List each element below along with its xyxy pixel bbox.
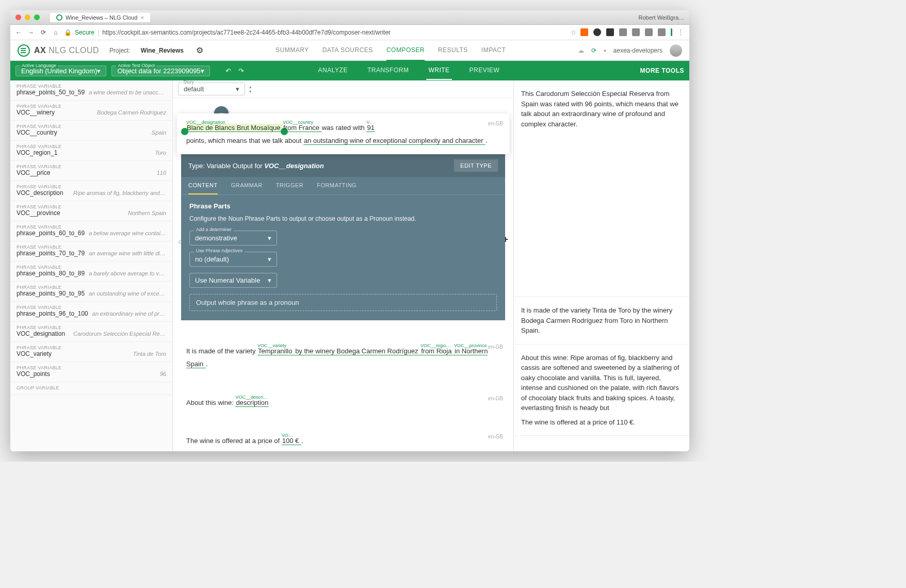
menu-icon[interactable]: ⋮ (677, 28, 685, 36)
preview-pane: This Carodorum Selección Especial Reserv… (514, 80, 689, 451)
extension-icon[interactable] (645, 28, 653, 36)
close-icon[interactable] (15, 14, 21, 20)
token-winery[interactable]: by the winery Bodega Carmen Rodríguez (295, 347, 420, 355)
test-object-select[interactable]: Active Test Object Object data for 22239… (111, 66, 209, 76)
forward-icon[interactable]: → (27, 28, 35, 37)
subnav-transform[interactable]: TRANSFORM (365, 61, 411, 80)
section-title: Phrase Parts (189, 202, 497, 210)
token-phrase[interactable]: an outstanding wine of exceptional compl… (303, 137, 486, 145)
tag-icon[interactable]: ▪ (604, 47, 606, 54)
tab-title: Wine_Reviews – NLG Cloud (66, 14, 137, 21)
lang-tag: en-GB (488, 432, 503, 442)
more-tools-button[interactable]: MORE TOOLS (640, 67, 684, 74)
star-icon[interactable]: ☆ (571, 29, 576, 36)
subnav-preview[interactable]: PREVIEW (467, 61, 502, 80)
token-price[interactable]: VO… 100 € (282, 437, 301, 445)
numeral-select[interactable]: Use Numeral Variable▾ (189, 273, 277, 288)
variable-item[interactable]: PHRASE VARIABLE phrase_points_96_to_100 … (10, 302, 172, 322)
variable-item[interactable]: PHRASE VARIABLE VOC_variety Tinta de Tor… (10, 342, 172, 362)
extension-icon[interactable] (619, 28, 627, 36)
sentence-card[interactable]: en-GB It is made of the variety VOC__var… (177, 337, 509, 378)
adjectives-select[interactable]: Use Phrase Adjectives no (default)▾ (189, 252, 277, 267)
secure-label: Secure (75, 29, 94, 36)
extension-icon[interactable] (632, 28, 640, 36)
chrome-profile[interactable]: Robert Weißgra… (639, 14, 684, 21)
chevron-down-icon: ▾ (236, 85, 239, 93)
context-bar: Active Language English (United Kingdom)… (10, 61, 689, 80)
undo-icon[interactable]: ↶ (225, 67, 231, 75)
editor-tab-formatting[interactable]: FORMATTING (317, 177, 357, 194)
variable-item[interactable]: PHRASE VARIABLE VOC_designation Carodoru… (10, 322, 172, 342)
maximize-icon[interactable] (34, 14, 40, 20)
sentence-card[interactable]: en-GB About this wine: VOC__descri… desc… (177, 388, 509, 417)
preview-text: It is made of the variety Tinta de Toro … (514, 297, 689, 345)
determiner-select[interactable]: Add a determiner demonstrative▾ (189, 231, 277, 246)
story-stepper[interactable]: ▴▾ (249, 85, 251, 94)
preview-text: About this wine: Ripe aromas of fig, bla… (514, 345, 689, 415)
token-designation[interactable]: VOC__designation Blanc de Blancs Brut Mo… (186, 124, 283, 132)
nav-composer[interactable]: COMPOSER (386, 40, 425, 61)
chevron-down-icon: ▾ (201, 67, 204, 75)
extension-icon[interactable] (606, 28, 614, 36)
token-country[interactable]: VOC__country from France (283, 124, 322, 132)
selection-handle-icon[interactable] (181, 128, 188, 135)
nav-data-sources[interactable]: DATA SOURCES (322, 40, 373, 61)
browser-tab[interactable]: Wine_Reviews – NLG Cloud × (50, 13, 150, 22)
variable-item[interactable]: PHRASE VARIABLE phrase_points_70_to_79 a… (10, 241, 172, 262)
minimize-icon[interactable] (25, 14, 30, 20)
lang-tag: en-GB (488, 342, 503, 352)
logo[interactable]: AX NLG CLOUD (18, 44, 99, 57)
lock-icon: 🔒 (64, 29, 72, 36)
extension-icon[interactable] (658, 28, 666, 36)
variable-item[interactable]: PHRASE VARIABLE VOC__province Northern S… (10, 201, 172, 221)
cloud-icon[interactable]: ☁ (578, 47, 584, 54)
reload-icon[interactable]: ⟳ (39, 28, 47, 37)
token-variety[interactable]: VOC__variety Tempranillo (257, 347, 295, 355)
browser-toolbar: ← → ⟳ ⌂ 🔒 Secure | https://cockpit.ax-se… (10, 25, 689, 40)
address-bar[interactable]: 🔒 Secure | https://cockpit.ax-semantics.… (64, 29, 567, 36)
token-region[interactable]: VOC__regio… from Rioja (420, 347, 454, 355)
extension-icon[interactable] (671, 28, 672, 36)
variable-item[interactable]: PHRASE VARIABLE VOC__country Spain (10, 121, 172, 141)
token-points[interactable]: V… 91 (366, 124, 375, 132)
sentence-card[interactable]: − en-GB VOC__designation Blanc de Blancs… (177, 113, 509, 326)
favicon-icon (56, 14, 62, 21)
sync-icon[interactable]: ⟳ (591, 47, 596, 54)
edit-type-button[interactable]: EDIT TYPE (454, 159, 498, 172)
nav-summary[interactable]: SUMMARY (276, 40, 309, 61)
extension-icon[interactable] (593, 28, 601, 36)
gear-icon[interactable]: ⚙ (196, 45, 203, 55)
variable-item[interactable]: PHRASE VARIABLE VOC__winery Bodega Carme… (10, 101, 172, 121)
avatar[interactable] (670, 44, 682, 57)
variable-item[interactable]: PHRASE VARIABLE VOC_points 96 (10, 362, 172, 382)
pronoun-drop[interactable]: Output whole phrase as a pronoun (189, 294, 497, 311)
variable-item[interactable]: PHRASE VARIABLE phrase_points_50_to_59 a… (10, 80, 172, 101)
team-name[interactable]: aexea-developers (613, 47, 662, 54)
variable-item[interactable]: PHRASE VARIABLE phrase_points_60_to_69 a… (10, 221, 172, 241)
variable-item[interactable]: PHRASE VARIABLE VOC__price 110 (10, 161, 172, 181)
nav-impact[interactable]: IMPACT (481, 40, 506, 61)
editor-tab-grammar[interactable]: GRAMMAR (231, 177, 263, 194)
variable-item[interactable]: PHRASE VARIABLE phrase_points_90_to_95 a… (10, 282, 172, 302)
variable-item[interactable]: GROUP VARIABLE (10, 382, 172, 395)
token-description[interactable]: VOC__descri… description (235, 399, 269, 407)
chevron-down-icon: ▾ (97, 67, 101, 75)
variable-item[interactable]: PHRASE VARIABLE phrase_points_80_to_89 a… (10, 262, 172, 282)
back-icon[interactable]: ← (14, 28, 23, 37)
home-icon[interactable]: ⌂ (52, 28, 60, 37)
extensions: ⋮ (580, 28, 685, 36)
nav-results[interactable]: RESULTS (438, 40, 468, 61)
editor-tab-trigger[interactable]: TRIGGER (276, 177, 304, 194)
variable-item[interactable]: PHRASE VARIABLE VOC_description Ripe aro… (10, 181, 172, 201)
close-tab-icon[interactable]: × (140, 14, 143, 21)
extension-icon[interactable] (580, 28, 588, 36)
project-name: Wine_Reviews (141, 47, 184, 54)
sentence-card[interactable]: en-GB The wine is offered at a price of … (177, 427, 509, 451)
variable-item[interactable]: PHRASE VARIABLE VOC_region_1 Toro (10, 141, 172, 161)
subnav-analyze[interactable]: ANALYZE (316, 61, 350, 80)
redo-icon[interactable]: ↷ (238, 67, 244, 75)
editor-tab-content[interactable]: CONTENT (188, 177, 218, 194)
language-select[interactable]: Active Language English (United Kingdom)… (15, 66, 106, 76)
subnav-write[interactable]: WRITE (426, 61, 451, 80)
story-select[interactable]: Story default ▾ (178, 83, 245, 95)
